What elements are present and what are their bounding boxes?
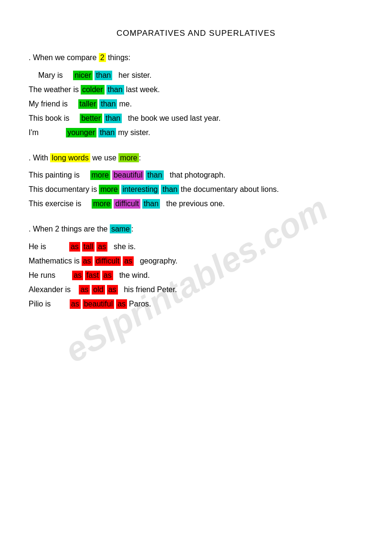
s4-text1: This book is bbox=[29, 114, 78, 123]
s5-than: than bbox=[98, 128, 116, 137]
ht-as2: as bbox=[96, 242, 107, 252]
s5-text1: I'm bbox=[29, 128, 64, 137]
section1-header: . When we compare 2 things: bbox=[29, 52, 363, 64]
s3h-colon: : bbox=[131, 225, 133, 233]
m1-difficult: difficult bbox=[95, 256, 121, 266]
m1-as2: as bbox=[123, 256, 134, 266]
ht-tall: tall bbox=[82, 242, 95, 252]
s1-text1: Mary is bbox=[38, 71, 71, 80]
sentence-he-tall: He is as tall as she is. bbox=[29, 242, 363, 252]
a1-as2: as bbox=[107, 285, 118, 295]
d1-text1: This documentary is bbox=[29, 185, 97, 194]
pi1-as1: as bbox=[70, 299, 81, 309]
d1-interesting: interesting bbox=[121, 185, 159, 194]
sentence-documentary: This documentary is more interesting tha… bbox=[29, 185, 363, 194]
a1-as1: as bbox=[79, 285, 90, 295]
a1-text1: Alexander is bbox=[29, 285, 77, 294]
s2h-long-words: long words bbox=[50, 153, 90, 162]
s3h-same: same bbox=[110, 224, 131, 233]
p1-text1: This painting is bbox=[29, 171, 88, 179]
sentence-runs: He runs as fast as the wind. bbox=[29, 271, 363, 280]
sentence-im: I'm younger than my sister. bbox=[29, 128, 363, 137]
section-same: . When 2 things are the same: He is as t… bbox=[29, 223, 363, 309]
s3-text1: My friend is bbox=[29, 100, 76, 108]
sentence-pilio: Pilio is as beautiful as Paros. bbox=[29, 299, 363, 309]
pi1-beautiful: beautiful bbox=[83, 299, 115, 309]
sentence-book: This book is better than the book we use… bbox=[29, 114, 363, 123]
s1-nicer: nicer bbox=[73, 71, 93, 80]
a1-old: old bbox=[92, 285, 105, 295]
m1-text2: geography. bbox=[136, 257, 178, 265]
d1-than: than bbox=[161, 185, 179, 194]
s2h-text2: we use bbox=[90, 154, 119, 162]
section-long-words: . With long words we use more: This pain… bbox=[29, 152, 363, 209]
e1-text2: the previous one. bbox=[162, 200, 225, 208]
s1-than1: than bbox=[95, 71, 112, 80]
r1-fast: fast bbox=[85, 271, 100, 280]
sentence-friend: My friend is taller than me. bbox=[29, 99, 363, 109]
sentence-exercise: This exercise is more difficult than the… bbox=[29, 199, 363, 209]
r1-as2: as bbox=[102, 271, 113, 280]
s1-text2: her sister. bbox=[114, 71, 151, 80]
p1-text2: that photograph. bbox=[166, 171, 225, 179]
section3-header: . When 2 things are the same: bbox=[29, 223, 363, 235]
ht-text2: she is. bbox=[109, 242, 136, 251]
p1-more: more bbox=[90, 170, 110, 180]
s2-than: than bbox=[106, 85, 124, 95]
r1-text1: He runs bbox=[29, 271, 70, 280]
m1-text1: Mathematics is bbox=[29, 257, 80, 265]
section-comparatives: . When we compare 2 things: Mary is nice… bbox=[29, 52, 363, 137]
s4-text2: the book we used last year. bbox=[124, 114, 221, 123]
section1-header-text: . When we compare 2 things: bbox=[29, 53, 130, 62]
e1-difficult: difficult bbox=[114, 199, 140, 209]
d1-text2: the documentary about lions. bbox=[181, 185, 279, 194]
highlight-2: 2 bbox=[99, 53, 106, 62]
e1-more: more bbox=[92, 199, 112, 209]
p1-than: than bbox=[146, 170, 163, 180]
e1-text1: This exercise is bbox=[29, 200, 90, 208]
r1-as1: as bbox=[72, 271, 83, 280]
e1-than: than bbox=[142, 199, 160, 209]
s3-than: than bbox=[99, 99, 117, 109]
sentence-mary: Mary is nicer than her sister. bbox=[38, 71, 363, 80]
section2-header: . With long words we use more: bbox=[29, 152, 363, 164]
s3-text2: me. bbox=[119, 100, 132, 108]
s3h-text1: . When 2 things are the bbox=[29, 225, 110, 233]
s2-colder: colder bbox=[81, 85, 105, 95]
s4-better: better bbox=[80, 114, 102, 123]
sentence-weather: The weather is colder than last week. bbox=[29, 85, 363, 95]
m1-as1: as bbox=[82, 256, 93, 266]
s5-younger: younger bbox=[66, 128, 96, 137]
s2-text2: last week. bbox=[126, 85, 160, 94]
pi1-text1: Pilio is bbox=[29, 300, 68, 308]
page-title: COMPARATIVES AND SUPERLATIVES bbox=[29, 29, 363, 38]
s2-text1: The weather is bbox=[29, 85, 79, 94]
s2h-text1: . With bbox=[29, 154, 50, 162]
ht-text1: He is bbox=[29, 242, 67, 251]
p1-beautiful: beautiful bbox=[112, 170, 144, 180]
sentence-mathematics: Mathematics is as difficult as geography… bbox=[29, 256, 363, 266]
s2h-more: more bbox=[118, 153, 138, 162]
pi1-as2: as bbox=[116, 299, 127, 309]
sentence-painting: This painting is more beautiful than tha… bbox=[29, 170, 363, 180]
s4-than: than bbox=[104, 114, 122, 123]
s3-taller: taller bbox=[78, 99, 98, 109]
d1-more: more bbox=[99, 185, 119, 194]
pi1-text2: Paros. bbox=[129, 300, 151, 308]
ht-as1: as bbox=[69, 242, 80, 252]
a1-text2: his friend Peter. bbox=[120, 285, 177, 294]
s2h-colon: : bbox=[139, 154, 141, 162]
sentence-alexander: Alexander is as old as his friend Peter. bbox=[29, 285, 363, 295]
s5-text2: my sister. bbox=[118, 128, 150, 137]
r1-text2: the wind. bbox=[115, 271, 150, 280]
